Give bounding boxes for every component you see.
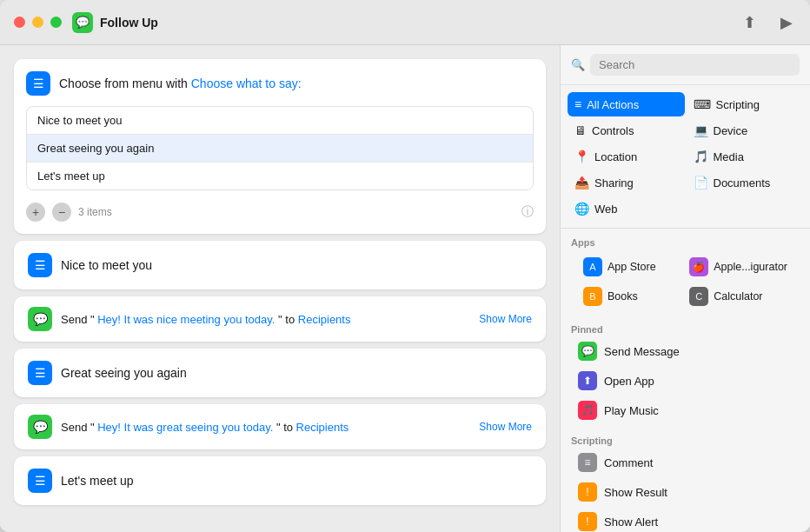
sidebar-item-show-result[interactable]: ! Show Result [571, 477, 800, 507]
sidebar-item-calculator[interactable]: C Calculator [684, 283, 793, 310]
minimize-button[interactable] [32, 17, 43, 28]
books-icon: B [583, 287, 602, 306]
recipients-link-1[interactable]: Recipients [298, 313, 351, 326]
open-app-label: Open App [604, 375, 654, 388]
books-label: Books [608, 290, 638, 303]
sidebar-item-location[interactable]: 📍 Location [568, 144, 685, 169]
apple-configurator-icon: 🍎 [689, 257, 708, 276]
comment-icon: ≡ [578, 453, 597, 472]
message-text-2: Hey! It was great seeing you today. [95, 421, 276, 434]
section-label: Nice to meet you [61, 258, 152, 272]
menu-card-footer: + − 3 items ⓘ [26, 199, 534, 222]
maximize-button[interactable] [50, 17, 62, 28]
category-label: Sharing [594, 176, 634, 190]
search-input[interactable] [590, 54, 800, 76]
app-store-icon: A [583, 257, 602, 276]
items-count: 3 items [78, 206, 515, 218]
show-result-label: Show Result [604, 486, 667, 499]
open-app-icon: ⬆ [578, 371, 597, 390]
main-content: ☰ Choose from menu with Choose what to s… [0, 45, 810, 532]
category-label: Documents [714, 176, 771, 190]
window-title: Follow Up [100, 16, 740, 30]
titlebar: 💬 Follow Up ⬆ ▶ [0, 0, 810, 45]
section-header-meet: ☰ Let's meet up [14, 456, 546, 505]
menu-card: ☰ Choose from menu with Choose what to s… [14, 59, 546, 234]
scripting-section-title: Scripting [571, 432, 800, 448]
traffic-lights [14, 17, 62, 28]
sidebar-item-media[interactable]: 🎵 Media [687, 144, 804, 169]
category-label: Device [714, 124, 748, 137]
sidebar-item-open-app[interactable]: ⬆ Open App [571, 366, 800, 396]
apps-section-title: Apps [571, 234, 800, 249]
show-more-button-2[interactable]: Show More [479, 421, 532, 433]
category-label: All Actions [587, 98, 639, 111]
info-icon[interactable]: ⓘ [521, 204, 534, 220]
section-header-nice: ☰ Nice to meet you [14, 241, 546, 289]
device-icon: 💻 [694, 123, 708, 137]
app-store-label: App Store [608, 261, 656, 273]
play-music-label: Play Music [604, 404, 659, 417]
show-more-button-1[interactable]: Show More [479, 313, 532, 325]
titlebar-actions: ⬆ ▶ [740, 10, 796, 36]
sidebar-item-web[interactable]: 🌐 Web [568, 196, 685, 221]
show-result-icon: ! [578, 482, 597, 502]
media-icon: 🎵 [694, 150, 708, 163]
app-window: 💬 Follow Up ⬆ ▶ ☰ Choose from menu with … [0, 0, 810, 532]
category-label: Location [594, 150, 637, 163]
menu-items-list: Nice to meet you Great seeing you again … [26, 106, 534, 190]
location-icon: 📍 [574, 150, 589, 163]
sidebar-item-all-actions[interactable]: ≡ All Actions [568, 92, 685, 116]
play-music-icon: 🎵 [578, 401, 597, 420]
menu-card-header: ☰ Choose from menu with Choose what to s… [26, 71, 534, 96]
close-button[interactable] [14, 17, 25, 28]
documents-icon: 📄 [694, 176, 708, 190]
scripting-section: Scripting ≡ Comment ! Show Result ! Show… [561, 427, 810, 532]
workflow-panel: ☰ Choose from menu with Choose what to s… [0, 45, 560, 532]
category-label: Controls [592, 124, 634, 137]
comment-label: Comment [604, 456, 653, 469]
list-item[interactable]: Nice to meet you [27, 107, 533, 135]
send-message-action-1: 💬 Send " Hey! It was nice meeting you to… [14, 296, 546, 342]
search-bar: 🔍 [561, 45, 810, 85]
sidebar-item-documents[interactable]: 📄 Documents [687, 170, 804, 195]
run-button[interactable]: ▶ [777, 10, 796, 36]
sidebar-item-apple-configurator[interactable]: 🍎 Apple...igurator [684, 253, 793, 281]
sidebar-item-app-store[interactable]: A App Store [578, 253, 682, 281]
remove-item-button[interactable]: − [52, 203, 71, 222]
list-item[interactable]: Let's meet up [27, 163, 533, 190]
pinned-section-title: Pinned [571, 321, 800, 336]
list-item[interactable]: Great seeing you again [27, 135, 533, 163]
sidebar-item-play-music[interactable]: 🎵 Play Music [571, 396, 800, 425]
sidebar-item-send-message[interactable]: 💬 Send Message [571, 336, 800, 366]
section-icon: ☰ [28, 361, 52, 385]
messages-icon: 💬 [28, 307, 52, 331]
send-message-label: Send Message [604, 345, 680, 358]
sidebar: 🔍 ≡ All Actions ⌨ Scripting 🖥 Controls [560, 45, 810, 532]
search-icon: 🔍 [571, 58, 585, 71]
sidebar-item-show-alert[interactable]: ! Show Alert [571, 507, 800, 532]
apple-configurator-label: Apple...igurator [714, 261, 787, 273]
sidebar-item-comment[interactable]: ≡ Comment [571, 448, 800, 477]
recipients-link-2[interactable]: Recipients [296, 421, 349, 434]
send-message-action-2: 💬 Send " Hey! It was great seeing you to… [14, 404, 546, 449]
all-actions-icon: ≡ [574, 97, 581, 111]
pinned-section: Pinned 💬 Send Message ⬆ Open App 🎵 Play … [561, 316, 810, 427]
section-label: Let's meet up [61, 474, 134, 488]
show-alert-icon: ! [578, 512, 597, 531]
calculator-label: Calculator [714, 290, 762, 303]
menu-card-header-text: Choose from menu with Choose what to say… [59, 76, 302, 90]
controls-icon: 🖥 [574, 123, 587, 137]
send-message-icon: 💬 [578, 342, 597, 361]
section-icon: ☰ [28, 253, 52, 277]
sidebar-scroll: Apps A App Store 🍎 Apple...igurator B B [561, 229, 810, 532]
add-item-button[interactable]: + [26, 203, 45, 222]
sidebar-item-device[interactable]: 💻 Device [687, 118, 804, 143]
category-label: Web [594, 203, 618, 216]
sidebar-item-scripting[interactable]: ⌨ Scripting [687, 92, 804, 116]
share-button[interactable]: ⬆ [740, 10, 760, 36]
sidebar-item-sharing[interactable]: 📤 Sharing [568, 170, 685, 195]
apps-section: Apps A App Store 🍎 Apple...igurator B B [561, 229, 810, 316]
sidebar-item-controls[interactable]: 🖥 Controls [568, 118, 685, 143]
sidebar-item-books[interactable]: B Books [578, 283, 682, 310]
message-text-1: Hey! It was nice meeting you today. [95, 313, 278, 326]
